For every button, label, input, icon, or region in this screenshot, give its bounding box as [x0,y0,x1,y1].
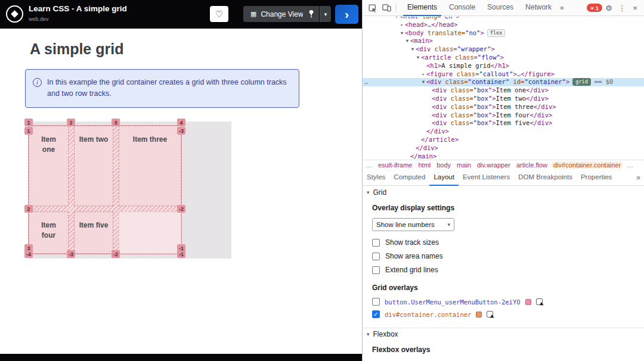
tree-node[interactable]: ▼<main> [363,37,644,45]
code-token: "box" [473,119,493,126]
elements-tree: ▼<html lang="en">▸<head>…</head>▼<body t… [363,17,644,160]
pin-dropdown-button[interactable]: ▾ [320,6,331,22]
panel-tab-layout[interactable]: Layout [429,170,459,186]
devtools-tab-console[interactable]: Console [445,0,479,16]
devtools-tab-elements[interactable]: Elements [403,0,441,16]
settings-gear-icon[interactable]: ⚙ [602,4,615,13]
tree-node[interactable]: <div class="box">Item four</div> [363,111,644,120]
twisty-icon[interactable]: ▸ [420,70,426,79]
breadcrumb-item[interactable]: div#container.container [552,161,623,169]
tree-node[interactable]: ▼<html lang="en"> [363,17,644,21]
breadcrumb-item[interactable]: body [435,161,453,169]
panel-tab-dom-breakpoints[interactable]: DOM Breakpoints [514,170,577,186]
overlay-element-label: button.UserMenu_userMenuButton-2eiYO [385,298,521,306]
code-token: == $0 [595,78,614,85]
inspect-icon[interactable] [365,1,379,14]
more-tabs-icon[interactable]: » [558,4,566,12]
error-badge[interactable]: × 1 [587,4,602,12]
line-numbers-dropdown[interactable]: Show line numbers ▾ [372,218,454,231]
open-editor-button[interactable]: › [335,5,358,24]
code-token: class= [447,95,473,102]
tree-node[interactable]: </div> [363,127,644,136]
twisty-icon[interactable]: ▼ [399,29,405,38]
devtools-tab-sources[interactable]: Sources [483,0,518,16]
checkbox-checked[interactable]: ✓ [372,310,380,318]
code-token: > [480,29,484,36]
devtools-tab-network[interactable]: Network [521,0,556,16]
panel-tab-computed[interactable]: Computed [389,170,429,186]
panel-tab-styles[interactable]: Styles [363,170,389,186]
code-token: "box" [473,103,493,110]
callout-text: In this example the grid container creat… [47,77,290,100]
close-devtools-icon[interactable]: × [628,4,642,13]
inspect-element-icon[interactable] [487,311,493,318]
breadcrumb-item[interactable]: … [625,161,635,169]
grid-section-header[interactable]: ▾ Grid [363,186,644,198]
device-toolbar-icon[interactable] [379,1,394,14]
color-swatch [525,299,531,305]
tree-node[interactable]: <div class="box">Item two</div> [363,95,644,103]
twisty-icon[interactable]: ▼ [410,45,416,54]
twisty-icon[interactable]: ▼ [420,78,426,86]
code-token: Item four [496,111,530,119]
change-view-button[interactable]: ▦ Change View [243,6,311,22]
breadcrumb-item[interactable]: div.wrapper [475,161,512,169]
tree-node[interactable]: </div> [363,144,644,153]
flexbox-section-header[interactable]: ▾ Flexbox [363,328,644,340]
favorite-button[interactable]: ♡ [210,6,228,22]
code-token: </div> [426,127,449,135]
tree-node[interactable]: ▸<figure class="callout">…</figure> [363,70,644,79]
breadcrumb-item[interactable]: article.flow [515,161,549,169]
devtools-panel: ElementsConsoleSourcesNetwork » × 1 ⚙ ⋮ … [362,0,644,361]
checkbox-unchecked[interactable] [372,298,380,306]
breadcrumb-item[interactable]: main [455,161,473,169]
breadcrumb-item[interactable]: html [416,161,432,169]
tree-node[interactable]: <div class="box">Item one</div> [363,86,644,95]
site-header: Learn CSS - A simple grid web.dev ♡ ▦ Ch… [0,0,362,29]
grid-item-label: Item three [133,135,167,206]
grid-demo-container: Item oneItem twoItem threeItem fourItem … [29,122,231,259]
tree-node[interactable]: <h1>A simple grid</h1> [363,62,644,70]
tree-node[interactable]: <div class="box">Item three</div> [363,103,644,111]
tree-node[interactable]: ▸<head>…</head> [363,21,644,29]
checkbox-unchecked[interactable] [372,266,380,274]
breadcrumb-item[interactable]: … [364,161,374,169]
inspect-element-icon[interactable] [536,298,543,305]
breadcrumb-item[interactable]: esult-iframe [376,161,414,169]
tree-node[interactable]: <div class="box">Item five</div> [363,119,644,127]
overlay-option-row: Show track sizes [372,238,634,247]
code-token: <div [426,78,441,85]
page-header-title: Learn CSS - A simple grid [29,4,127,13]
twisty-icon[interactable]: ▸ [399,21,405,29]
code-token: > [491,45,494,52]
twisty-icon[interactable]: ▼ [415,54,421,62]
tree-node[interactable]: ▼<div class="wrapper"> [363,45,644,54]
twisty-icon[interactable]: ▼ [404,37,410,45]
tree-node[interactable]: </main> [363,153,644,160]
code-token: <html [400,17,419,20]
more-panels-icon[interactable]: » [633,173,644,182]
checkbox-unchecked[interactable] [372,239,380,247]
checkbox-label: Extend grid lines [385,266,438,274]
pin-button[interactable] [303,6,319,22]
tree-node[interactable]: …▼<div class="container" id="container">… [363,78,644,86]
screenshot-root: Learn CSS - A simple grid web.dev ♡ ▦ Ch… [0,0,644,361]
flex-badge[interactable]: flex [487,29,505,37]
grid-badge[interactable]: grid [572,78,590,86]
kebab-menu-icon[interactable]: ⋮ [615,4,628,13]
tree-node[interactable]: </article> [363,136,644,144]
tree-node[interactable]: ▼<body translate="no">flex [363,29,644,38]
twisty-icon[interactable]: ▼ [394,17,400,21]
code-token: "box" [473,86,493,94]
code-token: class= [447,86,473,94]
tree-node[interactable]: ▼<article class="flow"> [363,54,644,62]
code-token: </div> [526,95,549,102]
sidebar-tab-strip: StylesComputedLayoutEvent ListenersDOM B… [363,170,644,186]
panel-tab-properties[interactable]: Properties [577,170,616,186]
chevron-down-icon: ▾ [324,11,327,17]
row-overflow-dots: … [364,78,369,86]
panel-tab-event-listeners[interactable]: Event Listeners [459,170,514,186]
code-token: </div> [530,111,552,119]
webdev-logo[interactable] [6,5,23,23]
checkbox-unchecked[interactable] [372,253,380,260]
